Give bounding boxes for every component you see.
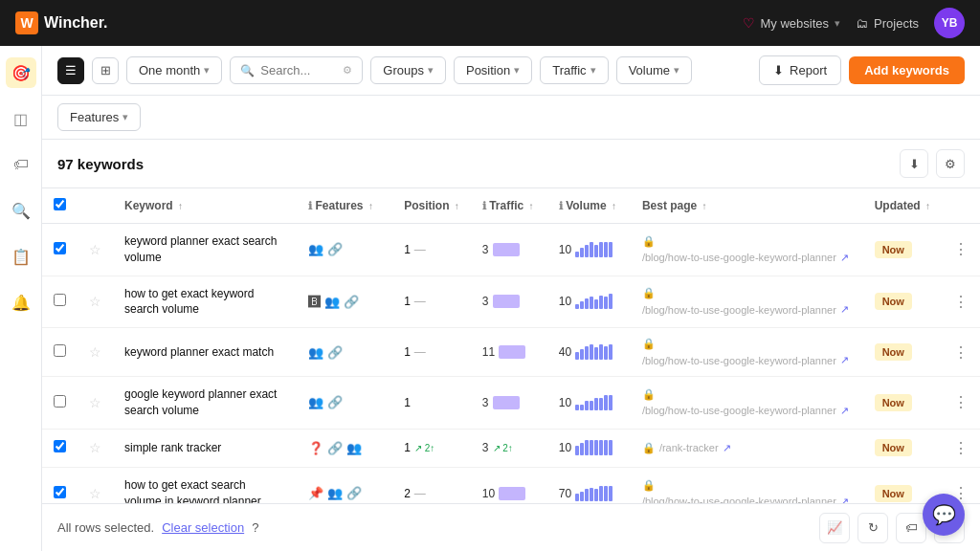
position-change-dash: — [414,345,426,359]
features-filter[interactable]: Features ▾ [57,103,141,131]
star-icon[interactable]: ☆ [89,486,101,501]
traffic-cell: 11 [482,345,536,359]
position-change-dash: — [414,243,426,256]
app-logo[interactable]: W Wincher. [15,11,108,34]
feature-icon-link: 🔗 [327,242,343,256]
feature-icon-link: 🔗 [327,395,343,409]
chevron-down-icon: ▾ [204,64,210,77]
card-view-button[interactable]: ⊞ [92,57,119,84]
row-checkbox[interactable] [54,486,66,498]
volume-cell: 10 [559,242,619,257]
sidebar-icon-clipboard[interactable]: 📋 [6,241,36,272]
traffic-filter[interactable]: Traffic ▾ [540,56,608,84]
row-actions-button[interactable]: ⋮ [953,440,969,456]
sidebar-icon-search[interactable]: 🔍 [6,195,36,226]
refresh-action-button[interactable]: ↻ [858,513,888,543]
volume-bar [594,347,598,360]
volume-bar [575,352,579,360]
sidebar-icon-tag[interactable]: 🏷 [6,149,36,180]
add-keywords-button[interactable]: Add keywords [849,56,965,84]
external-link-icon[interactable]: ↗ [723,442,731,454]
search-box[interactable]: 🔍 ⚙ [230,56,363,84]
sidebar-icon-bell[interactable]: 🔔 [6,287,36,318]
sidebar-icon-layers[interactable]: ◫ [6,103,36,134]
settings-button[interactable]: ⚙ [936,149,965,178]
keywords-count: 97 keywords [57,156,144,172]
chat-icon: 💬 [932,503,956,526]
volume-filter[interactable]: Volume ▾ [616,56,692,84]
external-link-icon[interactable]: ↗ [840,354,849,366]
bestpage-cell: 🔒/blog/how-to-use-google-keyword-planner… [642,235,852,264]
external-link-icon[interactable]: ↗ [840,303,849,316]
chart-action-button[interactable]: 📈 [819,513,850,543]
keywords-header: 97 keywords ⬇ ⚙ [42,140,980,188]
volume-bar [580,301,584,309]
period-selector[interactable]: One month ▾ [126,56,222,84]
external-link-icon[interactable]: ↗ [840,405,849,417]
keyword-text: simple rank tracker [124,440,285,456]
lock-icon: 🔒 [642,479,656,492]
export-button[interactable]: ⬇ [900,149,928,178]
row-actions-button[interactable]: ⋮ [953,344,969,361]
traffic-number: 11 [482,345,495,359]
secondary-toolbar: Features ▾ [42,96,980,140]
col-traffic[interactable]: ℹ Traffic ↑ [471,188,547,224]
row-checkbox[interactable] [54,242,66,254]
volume-bar [585,440,589,455]
my-websites-nav[interactable]: ♡ My websites ▾ [743,15,841,31]
row-actions-button[interactable]: ⋮ [953,394,969,410]
row-actions-button[interactable]: ⋮ [953,241,969,257]
volume-bar [575,252,579,257]
row-checkbox[interactable] [54,294,66,306]
col-bestpage[interactable]: Best page ↑ [631,188,863,224]
position-change-up: ↗ 2↑ [414,443,434,453]
position-filter[interactable]: Position ▾ [454,56,532,84]
volume-bar [594,440,598,455]
period-label: One month [139,63,200,77]
col-position[interactable]: Position ↑ [392,188,471,224]
star-icon[interactable]: ☆ [89,294,101,309]
col-updated[interactable]: Updated ↑ [863,188,942,224]
top-navigation: W Wincher. ♡ My websites ▾ 🗂 Projects YB [0,0,980,46]
projects-nav[interactable]: 🗂 Projects [856,16,919,31]
star-icon[interactable]: ☆ [89,440,101,455]
row-checkbox[interactable] [54,395,66,408]
chat-bubble[interactable]: 💬 [923,494,965,536]
feature-icons: 👥🔗 [308,242,381,256]
star-icon[interactable]: ☆ [89,242,101,257]
star-icon[interactable]: ☆ [89,395,101,410]
groups-filter[interactable]: Groups ▾ [370,56,446,84]
col-keyword[interactable]: Keyword ↑ [113,188,297,224]
updated-badge: Now [875,241,912,258]
traffic-bar [493,295,520,308]
search-settings-icon[interactable]: ⚙ [343,64,352,77]
sidebar-icon-target[interactable]: 🎯 [6,57,36,88]
search-input[interactable] [260,63,337,77]
row-checkbox[interactable] [54,344,66,357]
volume-bar [604,242,608,257]
volume-bar [604,346,608,360]
clear-selection-link[interactable]: Clear selection [162,520,244,535]
volume-cell: 70 [559,486,619,501]
table-row: ☆ keyword planner exact match 👥🔗 1 — 11 … [42,328,980,377]
select-all-checkbox[interactable] [54,198,66,210]
table-view-button[interactable]: ☰ [57,57,84,84]
user-avatar[interactable]: YB [934,8,965,38]
external-link-icon[interactable]: ↗ [840,252,849,264]
chevron-down-icon: ▾ [514,64,520,77]
bestpage-url: /rank-tracker [659,442,719,453]
keyword-text: keyword planner exact match [124,344,285,361]
chevron-down-icon: ▾ [122,111,128,123]
row-actions-button[interactable]: ⋮ [953,294,969,310]
feature-icon-link: 🔗 [327,345,343,360]
report-button[interactable]: ⬇ Report [759,55,841,85]
feature-icon-link: 🔗 [327,441,343,455]
chart-icon: 📈 [827,520,842,535]
row-checkbox[interactable] [54,440,66,452]
position-number: 1 [404,295,411,308]
chevron-down-icon: ▾ [428,64,434,77]
col-features[interactable]: ℹ Features ↑ [297,188,392,224]
col-volume[interactable]: ℹ Volume ↑ [547,188,631,224]
star-icon[interactable]: ☆ [89,344,101,360]
table-row: ☆ keyword planner exact search volume 👥🔗… [42,224,980,276]
